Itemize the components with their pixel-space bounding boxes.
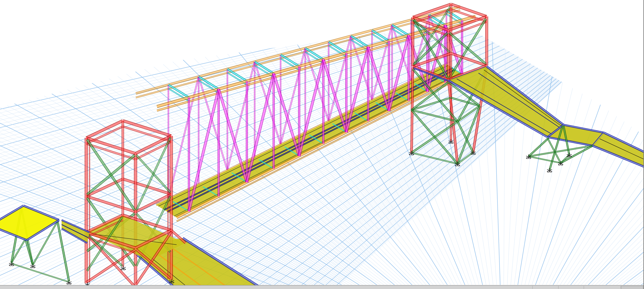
model-3d-canvas[interactable] (0, 0, 644, 289)
status-bar-divider (532, 286, 533, 289)
left-tower[interactable] (85, 120, 186, 289)
status-bar-grip[interactable] (621, 286, 643, 289)
structural-analysis-viewport (0, 0, 644, 289)
status-bar[interactable] (0, 285, 644, 289)
status-bar-divider (584, 286, 584, 289)
status-bar-divider (558, 286, 558, 289)
